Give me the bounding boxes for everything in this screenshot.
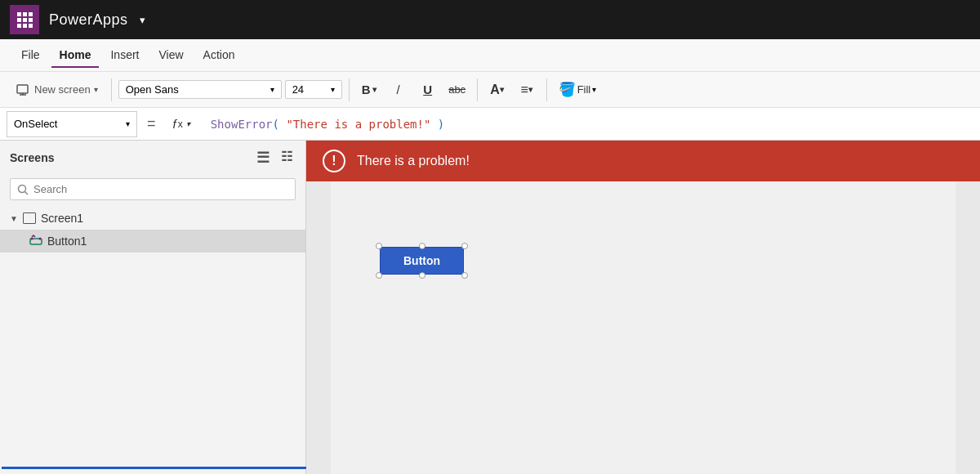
fill-button[interactable]: 🪣 Fill ▾	[554, 78, 602, 101]
svg-rect-2	[29, 12, 33, 16]
tree-item-screen1[interactable]: ▼ Screen1	[0, 207, 305, 230]
screens-view-icons: ☰ ☷	[253, 147, 296, 168]
align-icon: ≡	[520, 83, 528, 97]
italic-button[interactable]: /	[385, 77, 412, 103]
menu-insert[interactable]: Insert	[102, 43, 147, 68]
button-widget[interactable]: Button	[380, 247, 464, 275]
property-chevron-icon: ▾	[126, 119, 130, 128]
handle-bottom-center	[419, 272, 425, 279]
align-chevron-icon: ▾	[528, 85, 532, 94]
bold-button[interactable]: B ▾	[356, 77, 382, 103]
app-dropdown-chevron-icon[interactable]: ▾	[140, 14, 145, 26]
formula-paren-open: (	[273, 118, 287, 131]
font-size-selector[interactable]: 24 ▾	[285, 80, 342, 99]
screen1-screen-icon	[23, 212, 36, 224]
screens-header: Screens ☰ ☷	[0, 141, 305, 175]
grid-view-icon[interactable]: ☷	[278, 147, 296, 168]
formula-equals: =	[144, 115, 159, 132]
main-area: Screens ☰ ☷ ▼ Screen1	[0, 141, 980, 474]
text-color-chevron-icon: ▾	[500, 85, 504, 94]
svg-rect-1	[23, 12, 27, 16]
italic-icon: /	[397, 83, 400, 96]
button1-icon	[29, 235, 42, 248]
error-icon: !	[323, 150, 345, 172]
underline-icon: U	[423, 83, 432, 96]
screen1-chevron-icon: ▼	[10, 214, 18, 223]
align-button[interactable]: ≡ ▾	[514, 77, 540, 103]
toolbar-separator-4	[546, 78, 547, 101]
toolbar: New screen ▾ Open Sans ▾ 24 ▾ B ▾ / U ab…	[0, 72, 980, 108]
bold-icon: B	[362, 83, 371, 96]
font-chevron-icon: ▾	[270, 85, 274, 94]
svg-rect-9	[17, 85, 28, 93]
new-screen-label: New screen	[34, 83, 91, 96]
svg-line-13	[25, 191, 29, 195]
text-color-icon: A	[490, 83, 500, 97]
canvas-button-label: Button	[403, 254, 440, 267]
svg-point-15	[31, 238, 33, 240]
font-size-value: 24	[292, 83, 304, 96]
strikethrough-icon: abc	[448, 83, 466, 96]
sidebar: Screens ☰ ☷ ▼ Screen1	[0, 141, 306, 474]
property-value: OnSelect	[14, 118, 57, 130]
menu-view[interactable]: View	[150, 43, 191, 68]
text-color-button[interactable]: A ▾	[484, 77, 510, 103]
handle-bottom-left	[376, 272, 382, 279]
formula-fx-button[interactable]: f x ▾	[166, 113, 198, 135]
menu-action[interactable]: Action	[195, 43, 243, 68]
svg-rect-3	[17, 18, 21, 22]
underline-button[interactable]: U	[415, 77, 441, 103]
toolbar-separator-1	[111, 78, 112, 101]
screen1-label: Screen1	[41, 212, 83, 225]
font-size-chevron-icon: ▾	[331, 85, 335, 94]
handle-bottom-right	[461, 272, 468, 279]
handle-top-right	[461, 243, 468, 249]
toolbar-separator-3	[477, 78, 478, 101]
fill-label: Fill	[577, 83, 591, 96]
formula-string: "There is a problem!"	[286, 118, 430, 131]
canvas-area: ! There is a problem! Button	[306, 141, 980, 474]
fx-icon: f	[173, 117, 176, 131]
handle-top-left	[376, 243, 382, 249]
menubar: File Home Insert View Action	[0, 39, 980, 72]
toolbar-separator-2	[349, 78, 350, 101]
canvas-button[interactable]: Button	[380, 247, 464, 275]
fill-chevron-icon: ▾	[592, 85, 596, 94]
svg-rect-7	[23, 24, 27, 28]
font-selector[interactable]: Open Sans ▾	[118, 80, 282, 99]
topbar: PowerApps ▾	[0, 0, 980, 39]
error-banner: ! There is a problem!	[306, 141, 980, 181]
svg-rect-6	[17, 24, 21, 28]
svg-point-16	[39, 238, 42, 240]
formula-paren-close: )	[430, 118, 444, 131]
fx-label: x	[178, 118, 183, 130]
strikethrough-button[interactable]: abc	[444, 77, 470, 103]
button1-label: Button1	[47, 235, 87, 248]
formulabar: OnSelect ▾ = f x ▾ ShowError( "There is …	[0, 108, 980, 141]
new-screen-chevron-icon: ▾	[94, 85, 98, 94]
font-name: Open Sans	[126, 83, 179, 96]
handle-top-center	[419, 243, 425, 249]
fx-chevron-icon: ▾	[186, 119, 190, 128]
svg-rect-4	[23, 18, 27, 22]
search-input[interactable]	[33, 183, 288, 195]
new-screen-button[interactable]: New screen ▾	[10, 80, 105, 99]
error-message: There is a problem!	[357, 154, 470, 168]
screens-label: Screens	[10, 151, 54, 164]
menu-file[interactable]: File	[13, 43, 48, 68]
search-box[interactable]	[10, 178, 296, 200]
app-grid-icon[interactable]	[10, 5, 39, 34]
formula-keyword: ShowError	[211, 118, 273, 131]
formula-content[interactable]: ShowError( "There is a problem!" )	[204, 114, 973, 134]
fill-bucket-icon: 🪣	[559, 81, 576, 98]
svg-rect-0	[17, 12, 21, 16]
app-title: PowerApps	[49, 11, 128, 29]
canvas-content: Button	[331, 181, 956, 474]
list-view-icon[interactable]: ☰	[253, 147, 273, 168]
svg-rect-8	[29, 24, 33, 28]
tree-item-button1[interactable]: Button1	[0, 230, 305, 253]
menu-home[interactable]: Home	[51, 43, 100, 68]
svg-rect-5	[29, 18, 33, 22]
property-selector[interactable]: OnSelect ▾	[7, 111, 137, 137]
svg-point-12	[19, 185, 26, 192]
